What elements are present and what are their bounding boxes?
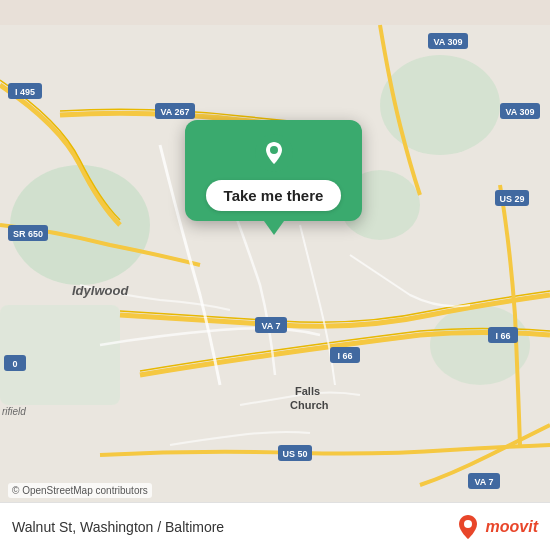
pin-icon	[255, 134, 293, 172]
moovit-logo: moovit	[454, 513, 538, 541]
svg-text:Church: Church	[290, 399, 329, 411]
svg-text:0: 0	[12, 359, 17, 369]
map-container: I 495 VA 267 VA 309 VA 309 SR 650 VA 7 I…	[0, 0, 550, 550]
bottom-bar: Walnut St, Washington / Baltimore moovit	[0, 502, 550, 550]
svg-text:VA 7: VA 7	[474, 477, 493, 487]
svg-text:Falls: Falls	[295, 385, 320, 397]
svg-text:I 495: I 495	[15, 87, 35, 97]
location-info: Walnut St, Washington / Baltimore	[12, 519, 224, 535]
svg-point-35	[270, 146, 278, 154]
svg-text:VA 309: VA 309	[433, 37, 462, 47]
moovit-pin-icon	[454, 513, 482, 541]
svg-text:I 66: I 66	[337, 351, 352, 361]
svg-text:Idylwood: Idylwood	[72, 283, 129, 298]
svg-text:US 50: US 50	[282, 449, 307, 459]
svg-point-2	[380, 55, 500, 155]
location-popup: Take me there	[185, 120, 362, 221]
svg-text:SR 650: SR 650	[13, 229, 43, 239]
location-text: Walnut St, Washington / Baltimore	[12, 519, 224, 535]
svg-text:US 29: US 29	[499, 194, 524, 204]
svg-text:VA 267: VA 267	[160, 107, 189, 117]
take-me-there-button[interactable]: Take me there	[206, 180, 342, 211]
svg-text:I 66: I 66	[495, 331, 510, 341]
svg-text:VA 309: VA 309	[505, 107, 534, 117]
map-background: I 495 VA 267 VA 309 VA 309 SR 650 VA 7 I…	[0, 0, 550, 550]
svg-text:rifield: rifield	[2, 406, 26, 417]
svg-text:VA 7: VA 7	[261, 321, 280, 331]
svg-point-36	[464, 520, 472, 528]
copyright-text: © OpenStreetMap contributors	[8, 483, 152, 498]
moovit-text: moovit	[486, 518, 538, 536]
